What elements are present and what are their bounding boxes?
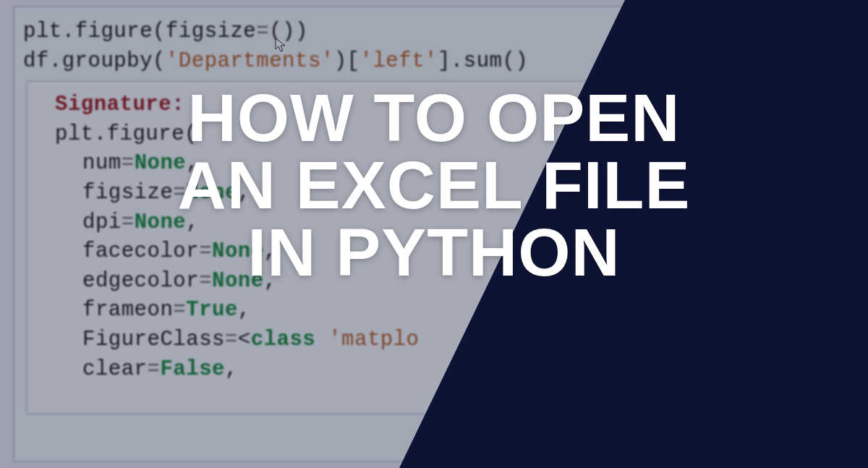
- headline-line-3: IN PYTHON: [0, 220, 868, 286]
- headline-line-1: HOW TO OPEN: [0, 85, 868, 151]
- code-token: figsize: [166, 20, 256, 43]
- param-name: FigureClass: [82, 328, 225, 352]
- thumbnail-canvas: plt.figure(figsize=()) df.groupby('Depar…: [0, 0, 868, 468]
- code-token: 'matplo: [328, 328, 419, 352]
- param-name: clear: [82, 357, 148, 381]
- code-token: <: [238, 328, 251, 352]
- code-token: .: [62, 20, 75, 43]
- code-token: ,: [238, 298, 251, 322]
- code-token: df: [23, 49, 49, 73]
- code-token: plt: [23, 20, 62, 43]
- code-token: =: [256, 20, 269, 43]
- code-token: (: [153, 49, 166, 73]
- code-token: )[: [334, 49, 360, 73]
- code-token: 'Departments': [166, 49, 334, 73]
- code-token: (: [153, 20, 166, 43]
- code-token: class: [251, 328, 316, 352]
- code-token: =: [148, 357, 161, 381]
- code-token: =: [173, 298, 186, 322]
- code-token: [315, 328, 328, 352]
- code-token: =: [225, 328, 238, 352]
- code-token: ): [282, 20, 295, 43]
- headline-title: HOW TO OPEN AN EXCEL FILE IN PYTHON: [0, 85, 868, 287]
- code-token: groupby: [62, 49, 153, 73]
- code-token: ]: [438, 49, 451, 73]
- param-name: frameon: [82, 298, 173, 322]
- code-token: ,: [225, 357, 238, 381]
- code-token: 'left': [360, 49, 438, 73]
- param-value: True: [186, 298, 238, 322]
- code-token: (: [269, 20, 282, 43]
- code-token: figure: [75, 20, 153, 43]
- code-token: ): [295, 20, 308, 43]
- param-value: False: [160, 357, 225, 381]
- headline-line-2: AN EXCEL FILE: [0, 153, 868, 218]
- code-token: .sum(): [451, 49, 528, 73]
- code-token: .: [49, 49, 62, 73]
